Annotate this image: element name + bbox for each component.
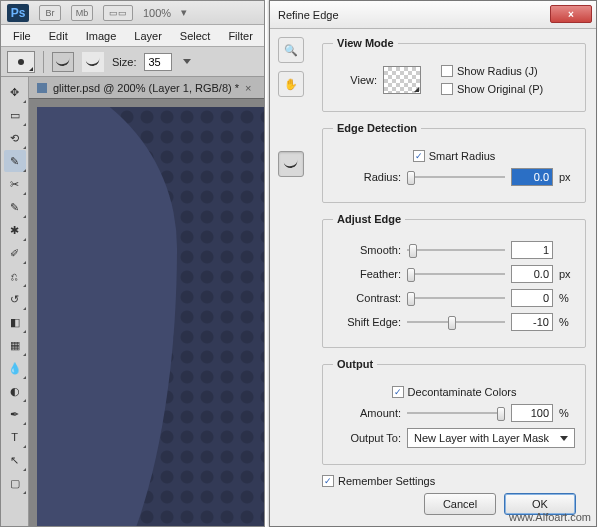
smooth-input[interactable]: 1 bbox=[511, 241, 553, 259]
pen-tool-icon[interactable]: ✒ bbox=[4, 403, 26, 425]
edge-detection-legend: Edge Detection bbox=[333, 122, 421, 134]
stamp-tool-icon[interactable]: ⎌ bbox=[4, 265, 26, 287]
contrast-label: Contrast: bbox=[333, 292, 401, 304]
show-radius-label: Show Radius (J) bbox=[457, 65, 538, 77]
chevron-down-icon[interactable] bbox=[183, 59, 191, 64]
amount-slider[interactable] bbox=[407, 406, 505, 420]
output-group: Output ✓Decontaminate Colors Amount: 100… bbox=[322, 358, 586, 465]
shape-tool-icon[interactable]: ▢ bbox=[4, 472, 26, 494]
output-legend: Output bbox=[333, 358, 377, 370]
size-label: Size: bbox=[112, 56, 136, 68]
radius-slider[interactable] bbox=[407, 170, 505, 184]
quickselect-tool-icon[interactable]: ✎ bbox=[4, 150, 26, 172]
view-mode-picker[interactable] bbox=[383, 66, 421, 94]
decontaminate-label: Decontaminate Colors bbox=[408, 386, 517, 398]
checkbox-checked-icon: ✓ bbox=[413, 150, 425, 162]
smooth-slider[interactable] bbox=[407, 243, 505, 257]
shift-edge-label: Shift Edge: bbox=[333, 316, 401, 328]
refine-brush-tool-icon[interactable] bbox=[278, 151, 304, 177]
document-tab[interactable]: glitter.psd @ 200% (Layer 1, RGB/8) * × bbox=[29, 77, 264, 99]
contrast-input[interactable]: 0 bbox=[511, 289, 553, 307]
output-to-label: Output To: bbox=[333, 432, 401, 444]
zoom-tool-icon[interactable]: 🔍 bbox=[278, 37, 304, 63]
feather-slider[interactable] bbox=[407, 267, 505, 281]
view-mode-legend: View Mode bbox=[333, 37, 398, 49]
amount-input[interactable]: 100 bbox=[511, 404, 553, 422]
healing-tool-icon[interactable]: ✱ bbox=[4, 219, 26, 241]
remember-settings-label: Remember Settings bbox=[338, 475, 435, 487]
menu-filter[interactable]: Filter bbox=[220, 27, 260, 45]
menu-file[interactable]: File bbox=[5, 27, 39, 45]
bridge-button[interactable]: Br bbox=[39, 5, 61, 21]
decontaminate-checkbox[interactable]: ✓Decontaminate Colors bbox=[392, 386, 517, 398]
type-tool-icon[interactable]: T bbox=[4, 426, 26, 448]
menu-edit[interactable]: Edit bbox=[41, 27, 76, 45]
blur-tool-icon[interactable]: 💧 bbox=[4, 357, 26, 379]
checkbox-checked-icon: ✓ bbox=[392, 386, 404, 398]
feather-label: Feather: bbox=[333, 268, 401, 280]
shift-edge-input[interactable]: -10 bbox=[511, 313, 553, 331]
close-button[interactable]: × bbox=[550, 5, 592, 23]
ps-logo-icon: Ps bbox=[7, 4, 29, 22]
canvas-area: glitter.psd @ 200% (Layer 1, RGB/8) * × bbox=[29, 77, 264, 526]
contrast-slider[interactable] bbox=[407, 291, 505, 305]
photoshop-window: Ps Br Mb ▭▭ 100% ▾ File Edit Image Layer… bbox=[0, 0, 265, 527]
gradient-tool-icon[interactable]: ▦ bbox=[4, 334, 26, 356]
feather-input[interactable]: 0.0 bbox=[511, 265, 553, 283]
marquee-tool-icon[interactable]: ▭ bbox=[4, 104, 26, 126]
output-to-select[interactable]: New Layer with Layer Mask bbox=[407, 428, 575, 448]
move-tool-icon[interactable]: ✥ bbox=[4, 81, 26, 103]
shift-edge-slider[interactable] bbox=[407, 315, 505, 329]
unit-label: % bbox=[559, 292, 575, 304]
smart-radius-label: Smart Radius bbox=[429, 150, 496, 162]
options-bar: Size: 35 bbox=[1, 47, 264, 77]
edge-detection-group: Edge Detection ✓Smart Radius Radius: 0.0… bbox=[322, 122, 586, 203]
canvas[interactable] bbox=[37, 107, 264, 526]
history-brush-tool-icon[interactable]: ↺ bbox=[4, 288, 26, 310]
cancel-button[interactable]: Cancel bbox=[424, 493, 496, 515]
unit-label: px bbox=[559, 171, 575, 183]
checkbox-checked-icon: ✓ bbox=[322, 475, 334, 487]
checkbox-icon bbox=[441, 83, 453, 95]
smooth-label: Smooth: bbox=[333, 244, 401, 256]
menu-layer[interactable]: Layer bbox=[126, 27, 170, 45]
amount-label: Amount: bbox=[333, 407, 401, 419]
crop-tool-icon[interactable]: ✂ bbox=[4, 173, 26, 195]
chevron-down-icon bbox=[560, 436, 568, 441]
hand-tool-icon[interactable]: ✋ bbox=[278, 71, 304, 97]
menu-select[interactable]: Select bbox=[172, 27, 219, 45]
view-label: View: bbox=[333, 74, 377, 86]
brush-preset-picker[interactable] bbox=[7, 51, 35, 73]
ps-menubar: File Edit Image Layer Select Filter bbox=[1, 25, 264, 47]
unit-label: % bbox=[559, 316, 575, 328]
dialog-title: Refine Edge bbox=[278, 9, 339, 21]
show-original-label: Show Original (P) bbox=[457, 83, 543, 95]
document-tab-label: glitter.psd @ 200% (Layer 1, RGB/8) * bbox=[53, 82, 239, 94]
brush-icon-2[interactable] bbox=[82, 52, 104, 72]
refine-edge-dialog: Refine Edge × 🔍 ✋ View Mode View: Show R… bbox=[269, 0, 597, 527]
remember-settings-checkbox[interactable]: ✓Remember Settings bbox=[322, 475, 586, 487]
lasso-tool-icon[interactable]: ⟲ bbox=[4, 127, 26, 149]
show-radius-checkbox[interactable]: Show Radius (J) bbox=[441, 65, 575, 77]
show-original-checkbox[interactable]: Show Original (P) bbox=[441, 83, 575, 95]
toolbox: ✥ ▭ ⟲ ✎ ✂ ✎ ✱ ✐ ⎌ ↺ ◧ ▦ 💧 ◐ ✒ T ↖ ▢ bbox=[1, 77, 29, 526]
chevron-down-icon[interactable]: ▾ bbox=[181, 6, 187, 19]
close-icon[interactable]: × bbox=[245, 82, 251, 94]
checkbox-icon bbox=[441, 65, 453, 77]
dodge-tool-icon[interactable]: ◐ bbox=[4, 380, 26, 402]
brush-icon-1[interactable] bbox=[52, 52, 74, 72]
menu-image[interactable]: Image bbox=[78, 27, 125, 45]
eraser-tool-icon[interactable]: ◧ bbox=[4, 311, 26, 333]
path-tool-icon[interactable]: ↖ bbox=[4, 449, 26, 471]
unit-label: % bbox=[559, 407, 575, 419]
dialog-titlebar[interactable]: Refine Edge × bbox=[270, 1, 596, 29]
screenmode-button[interactable]: ▭▭ bbox=[103, 5, 133, 21]
radius-input[interactable]: 0.0 bbox=[511, 168, 553, 186]
brush-tool-icon[interactable]: ✐ bbox=[4, 242, 26, 264]
zoom-display[interactable]: 100% bbox=[143, 7, 171, 19]
minibridge-button[interactable]: Mb bbox=[71, 5, 93, 21]
brush-size-input[interactable]: 35 bbox=[144, 53, 172, 71]
adjust-edge-group: Adjust Edge Smooth: 1 Feather: 0.0 px Co… bbox=[322, 213, 586, 348]
smart-radius-checkbox[interactable]: ✓Smart Radius bbox=[413, 150, 496, 162]
eyedropper-tool-icon[interactable]: ✎ bbox=[4, 196, 26, 218]
